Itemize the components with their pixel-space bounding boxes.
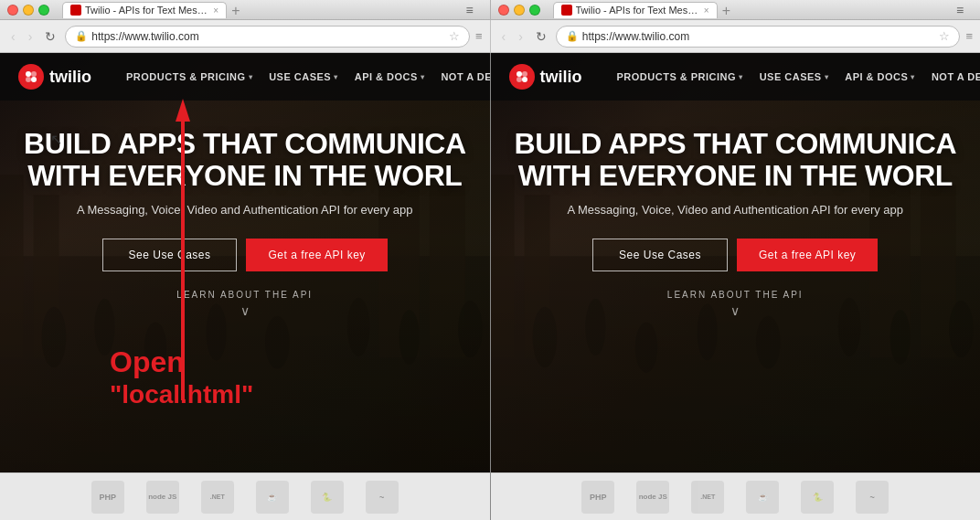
right-logo: twilio xyxy=(509,64,582,90)
forward-button-right[interactable]: › xyxy=(515,27,527,46)
url-text-left: https://www.twilio.com xyxy=(91,30,445,43)
browser-tab-left[interactable]: Twilio - APIs for Text Mess... × xyxy=(62,2,227,18)
right-logo-php: PHP xyxy=(581,481,614,514)
address-bar-row: ‹ › ↻ 🔒 https://www.twilio.com ☆ ≡ ‹ › ↻… xyxy=(0,20,980,53)
close-button[interactable] xyxy=(7,5,18,16)
left-get-api-key-button[interactable]: Get a free API key xyxy=(246,239,387,271)
window-controls-right xyxy=(498,5,540,16)
usecases-arrow-right: ▾ xyxy=(825,73,829,81)
url-text-right: https://www.twilio.com xyxy=(582,30,936,43)
back-button-right[interactable]: ‹ xyxy=(498,27,510,46)
right-hero-subtitle: A Messaging, Voice, Video and Authentica… xyxy=(509,203,963,217)
left-title-bar: Twilio - APIs for Text Mess... × + ≡ xyxy=(0,0,490,20)
left-learn-api-arrow: ∨ xyxy=(18,303,472,318)
tab-bar-left: Twilio - APIs for Text Mess... × + xyxy=(57,2,450,18)
left-logo-text: twilio xyxy=(49,68,91,87)
browser-menu-left[interactable]: ≡ xyxy=(465,3,473,17)
right-get-api-key-button[interactable]: Get a free API key xyxy=(737,239,878,271)
left-see-use-cases-button[interactable]: See Use Cases xyxy=(102,239,238,271)
left-logo-net: .NET xyxy=(201,481,234,514)
favicon-left xyxy=(70,5,81,16)
right-nav-notdev[interactable]: NOT A DEVELOPER? xyxy=(924,66,980,88)
right-title-bar: Twilio - APIs for Text Mess... × + ≡ xyxy=(490,0,981,20)
right-nav-products[interactable]: PRODUCTS & PRICING ▾ xyxy=(610,66,751,88)
right-nav-links: PRODUCTS & PRICING ▾ USE CASES ▾ API & D… xyxy=(610,66,981,88)
left-nav-apidocs[interactable]: API & DOCS ▾ xyxy=(347,66,432,88)
right-browser-pane: twilio PRODUCTS & PRICING ▾ USE CASES ▾ … xyxy=(490,53,981,520)
back-button-left[interactable]: ‹ xyxy=(7,27,19,46)
maximize-button-right[interactable] xyxy=(529,5,540,16)
tab-title-left: Twilio - APIs for Text Mess... xyxy=(85,5,209,16)
right-logo-icon xyxy=(509,64,535,90)
right-hero-title: BUILD APPS THAT COMMUNICA WITH EVERYONE … xyxy=(509,128,963,192)
url-bar-left[interactable]: 🔒 https://www.twilio.com ☆ xyxy=(65,26,470,48)
os-window: Twilio - APIs for Text Mess... × + ≡ xyxy=(0,0,980,520)
left-nav-usecases[interactable]: USE CASES ▾ xyxy=(261,66,346,88)
apidocs-arrow-right: ▾ xyxy=(911,73,915,81)
close-button-right[interactable] xyxy=(498,5,509,16)
left-nav-notdev[interactable]: NOT A DEVELOPER? xyxy=(433,66,489,88)
ssl-lock-right: 🔒 xyxy=(566,30,579,42)
browser-menu-right[interactable]: ≡ xyxy=(956,3,964,17)
reload-button-right[interactable]: ↻ xyxy=(532,27,550,46)
left-logo-extra: ~ xyxy=(366,481,399,514)
right-logo-net: .NET xyxy=(691,481,724,514)
usecases-arrow-left: ▾ xyxy=(334,73,338,81)
left-logo-icon xyxy=(18,64,44,90)
svg-point-32 xyxy=(517,71,522,77)
right-learn-api: LEARN ABOUT THE API xyxy=(509,290,963,300)
left-logos-bar: PHP node JS .NET ☕ 🐍 ~ xyxy=(0,472,490,520)
favicon-right xyxy=(561,5,572,16)
right-learn-api-arrow: ∨ xyxy=(509,303,963,318)
tab-bar-right: Twilio - APIs for Text Mess... × + xyxy=(548,2,941,18)
left-browser-pane: twilio PRODUCTS & PRICING ▾ USE CASES ▾ … xyxy=(0,53,490,520)
tab-close-left[interactable]: × xyxy=(213,5,218,16)
left-logo-java: ☕ xyxy=(256,481,289,514)
left-nav-products[interactable]: PRODUCTS & PRICING ▾ xyxy=(119,66,260,88)
new-tab-button-left[interactable]: + xyxy=(231,3,240,19)
right-nav-apidocs[interactable]: API & DOCS ▾ xyxy=(837,66,922,88)
right-logo-node: node JS xyxy=(636,481,669,514)
title-bar-row: Twilio - APIs for Text Mess... × + ≡ xyxy=(0,0,980,20)
left-learn-api: LEARN ABOUT THE API xyxy=(18,290,472,300)
tab-close-right[interactable]: × xyxy=(704,5,709,16)
ssl-lock-left: 🔒 xyxy=(75,30,88,42)
svg-point-34 xyxy=(517,77,522,82)
right-twilio-site: twilio PRODUCTS & PRICING ▾ USE CASES ▾ … xyxy=(491,53,981,520)
right-logo-python: 🐍 xyxy=(801,481,834,514)
maximize-button[interactable] xyxy=(38,5,49,16)
forward-button-left[interactable]: › xyxy=(25,27,37,46)
products-arrow-left: ▾ xyxy=(249,73,253,81)
browser-tab-right[interactable]: Twilio - APIs for Text Mess... × xyxy=(553,2,718,18)
url-extra-right[interactable]: ≡ xyxy=(965,29,973,43)
url-extra-left[interactable]: ≡ xyxy=(475,29,483,43)
svg-point-15 xyxy=(26,77,31,82)
right-logo-java: ☕ xyxy=(746,481,779,514)
left-hero-buttons: See Use Cases Get a free API key xyxy=(18,239,472,271)
right-hero-content: BUILD APPS THAT COMMUNICA WITH EVERYONE … xyxy=(491,101,981,336)
right-nav-usecases[interactable]: USE CASES ▾ xyxy=(752,66,836,88)
minimize-button[interactable] xyxy=(23,5,34,16)
reload-button-left[interactable]: ↻ xyxy=(41,27,59,46)
minimize-button-right[interactable] xyxy=(514,5,525,16)
left-logo-python: 🐍 xyxy=(311,481,344,514)
svg-point-14 xyxy=(31,71,37,77)
left-logo-node: node JS xyxy=(146,481,179,514)
url-star-left[interactable]: ☆ xyxy=(449,29,460,43)
svg-point-16 xyxy=(31,77,37,82)
left-hero-title: BUILD APPS THAT COMMUNICA WITH EVERYONE … xyxy=(18,128,472,192)
right-logo-extra: ~ xyxy=(856,481,889,514)
right-hero-buttons: See Use Cases Get a free API key xyxy=(509,239,963,271)
right-address-bar: ‹ › ↻ 🔒 https://www.twilio.com ☆ ≡ xyxy=(490,20,981,52)
left-hero-content: BUILD APPS THAT COMMUNICA WITH EVERYONE … xyxy=(0,101,490,336)
right-nav: twilio PRODUCTS & PRICING ▾ USE CASES ▾ … xyxy=(491,53,981,101)
apidocs-arrow-left: ▾ xyxy=(421,73,425,81)
products-arrow-right: ▾ xyxy=(739,73,743,81)
browsers-row: twilio PRODUCTS & PRICING ▾ USE CASES ▾ … xyxy=(0,53,980,520)
left-hero-subtitle: A Messaging, Voice, Video and Authentica… xyxy=(18,203,472,217)
svg-point-13 xyxy=(26,71,31,77)
right-see-use-cases-button[interactable]: See Use Cases xyxy=(592,239,728,271)
new-tab-button-right[interactable]: + xyxy=(722,3,730,19)
url-bar-right[interactable]: 🔒 https://www.twilio.com ☆ xyxy=(556,26,961,48)
url-star-right[interactable]: ☆ xyxy=(939,29,950,43)
